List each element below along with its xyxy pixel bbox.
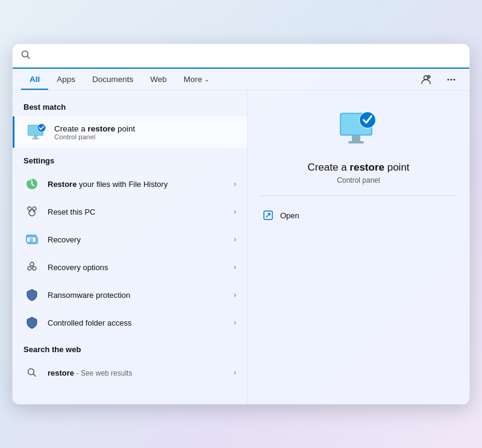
settings-item-label-recovery: Recovery xyxy=(48,235,227,244)
settings-item-ransomware[interactable]: Ransomware protection › xyxy=(13,281,247,309)
svg-line-30 xyxy=(33,267,34,268)
tab-more[interactable]: More ⌄ xyxy=(175,69,218,90)
chevron-right-icon-4: › xyxy=(234,263,236,271)
svg-rect-35 xyxy=(352,136,360,141)
search-input[interactable]: restore xyxy=(37,51,461,61)
tab-documents[interactable]: Documents xyxy=(84,69,142,90)
tab-all[interactable]: All xyxy=(21,69,48,90)
svg-point-7 xyxy=(448,78,449,80)
recovery-icon xyxy=(23,231,40,248)
svg-point-15 xyxy=(38,124,46,132)
web-search-text: restore - See web results xyxy=(48,367,132,378)
web-search-icon xyxy=(23,364,40,381)
settings-item-label-restore-files: Restore your files with File History xyxy=(48,180,227,189)
chevron-right-icon: › xyxy=(234,180,236,188)
svg-point-27 xyxy=(30,262,34,266)
best-match-item[interactable]: Create a restore point Control panel xyxy=(13,116,247,148)
svg-line-29 xyxy=(30,267,31,268)
svg-point-19 xyxy=(33,207,36,210)
restore-point-icon xyxy=(25,121,47,143)
settings-item-folder-access[interactable]: Controlled folder access › xyxy=(13,309,247,336)
open-label: Open xyxy=(280,211,299,220)
search-bar: restore xyxy=(13,44,469,69)
more-options-button[interactable] xyxy=(442,70,461,89)
settings-item-label-recovery-options: Recovery options xyxy=(48,263,227,272)
svg-point-18 xyxy=(28,207,31,210)
tab-apps[interactable]: Apps xyxy=(48,69,84,90)
chevron-down-icon: ⌄ xyxy=(204,76,209,83)
search-window: restore All Apps Documents Web More ⌄ xyxy=(12,43,470,405)
tab-web[interactable]: Web xyxy=(142,69,175,90)
right-panel: Create a restore point Control panel Ope… xyxy=(248,90,469,404)
svg-line-1 xyxy=(28,57,30,59)
right-app-name: Create a restore point xyxy=(307,162,409,174)
settings-item-label-ransomware: Ransomware protection xyxy=(48,291,227,300)
folder-access-icon xyxy=(23,314,40,331)
nav-tabs: All Apps Documents Web More ⌄ xyxy=(13,69,469,90)
web-chevron-right-icon: › xyxy=(234,368,236,377)
svg-point-9 xyxy=(454,78,455,80)
web-section-title: Search the web xyxy=(13,341,247,359)
settings-item-label-reset-pc: Reset this PC xyxy=(48,207,227,216)
left-panel: Best match xyxy=(13,90,248,404)
search-icon xyxy=(21,50,31,62)
svg-line-32 xyxy=(34,374,36,377)
best-match-text: Create a restore point Control panel xyxy=(54,124,236,140)
svg-rect-13 xyxy=(32,138,39,139)
settings-item-restore-files[interactable]: Restore your files with File History › xyxy=(13,170,247,198)
person-icon-button[interactable] xyxy=(416,70,436,89)
reset-pc-icon xyxy=(23,203,40,220)
best-match-subtitle: Control panel xyxy=(54,133,236,140)
right-app-subtitle: Control panel xyxy=(337,176,380,185)
settings-section: Settings Restore your files with File Hi… xyxy=(13,153,247,336)
main-content: Best match xyxy=(13,90,469,404)
chevron-right-icon-6: › xyxy=(234,318,236,327)
settings-item-label-folder-access: Controlled folder access xyxy=(48,318,227,327)
settings-title: Settings xyxy=(13,153,247,170)
right-app-icon xyxy=(334,105,383,153)
svg-point-8 xyxy=(451,78,452,80)
svg-rect-23 xyxy=(27,235,36,238)
best-match-name: Create a restore point xyxy=(54,124,236,133)
svg-point-24 xyxy=(30,239,33,241)
best-match-title: Best match xyxy=(13,99,247,116)
open-icon xyxy=(262,209,274,221)
right-open-button[interactable]: Open xyxy=(260,206,457,225)
ransomware-icon xyxy=(23,286,40,303)
settings-item-recovery-options[interactable]: Recovery options › xyxy=(13,253,247,281)
web-section: Search the web restore - See web results xyxy=(13,341,247,386)
nav-right-icons xyxy=(416,70,461,89)
chevron-right-icon-3: › xyxy=(234,235,236,244)
recovery-options-icon xyxy=(23,259,40,276)
settings-item-reset-pc[interactable]: Reset this PC › xyxy=(13,198,247,226)
svg-rect-12 xyxy=(34,136,37,138)
svg-rect-36 xyxy=(348,141,364,144)
settings-item-recovery[interactable]: Recovery › xyxy=(13,226,247,253)
file-history-icon xyxy=(23,175,40,192)
right-divider xyxy=(260,195,457,196)
web-search-item[interactable]: restore - See web results › xyxy=(13,359,247,386)
chevron-right-icon-5: › xyxy=(234,291,236,299)
chevron-right-icon-2: › xyxy=(234,207,236,216)
